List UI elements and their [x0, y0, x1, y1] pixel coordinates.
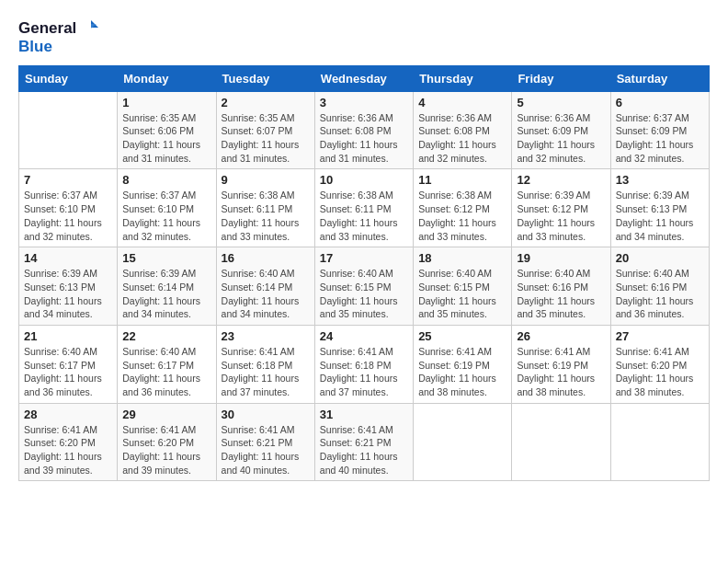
- cell-text-line: Sunset: 6:15 PM: [320, 281, 408, 294]
- calendar-cell: 1Sunrise: 6:35 AMSunset: 6:06 PMDaylight…: [118, 91, 216, 169]
- day-number: 9: [222, 173, 310, 187]
- cell-text-line: Daylight: 11 hours and 31 minutes.: [320, 138, 408, 165]
- calendar-cell: 5Sunrise: 6:36 AMSunset: 6:09 PMDaylight…: [512, 91, 610, 169]
- weekday-header-tuesday: Tuesday: [216, 65, 314, 91]
- cell-text-line: Sunrise: 6:41 AM: [616, 345, 704, 359]
- cell-text-line: Sunset: 6:06 PM: [122, 124, 210, 138]
- day-number: 2: [222, 96, 310, 109]
- cell-text-line: Sunset: 6:16 PM: [616, 281, 704, 294]
- cell-text-line: Sunset: 6:07 PM: [222, 124, 310, 138]
- day-number: 15: [122, 251, 210, 265]
- cell-text-line: Sunset: 6:19 PM: [517, 359, 605, 373]
- calendar-week-2: 7Sunrise: 6:37 AMSunset: 6:10 PMDaylight…: [19, 169, 710, 247]
- calendar-cell: 31Sunrise: 6:41 AMSunset: 6:21 PMDayligh…: [314, 403, 413, 481]
- cell-text-line: Sunset: 6:12 PM: [517, 202, 605, 216]
- calendar-table: SundayMondayTuesdayWednesdayThursdayFrid…: [18, 65, 710, 482]
- calendar-cell: 9Sunrise: 6:38 AMSunset: 6:11 PMDaylight…: [216, 169, 314, 247]
- cell-text-line: Daylight: 11 hours and 36 minutes.: [24, 372, 112, 398]
- cell-text-line: Daylight: 11 hours and 32 minutes.: [122, 216, 210, 243]
- calendar-week-3: 14Sunrise: 6:39 AMSunset: 6:13 PMDayligh…: [19, 247, 710, 326]
- cell-text-line: Daylight: 11 hours and 38 minutes.: [616, 372, 704, 398]
- cell-text-line: Sunset: 6:12 PM: [418, 202, 506, 216]
- cell-text-line: Sunset: 6:09 PM: [517, 124, 605, 138]
- cell-text-line: Daylight: 11 hours and 31 minutes.: [222, 138, 310, 165]
- cell-text-line: Sunset: 6:17 PM: [122, 359, 210, 373]
- cell-text-line: Sunset: 6:09 PM: [616, 124, 704, 138]
- cell-text-line: Sunrise: 6:41 AM: [122, 423, 210, 437]
- day-number: 12: [517, 173, 605, 187]
- calendar-cell: 3Sunrise: 6:36 AMSunset: 6:08 PMDaylight…: [314, 91, 413, 169]
- cell-text-line: Sunrise: 6:39 AM: [122, 267, 210, 281]
- calendar-cell: [19, 91, 118, 169]
- cell-text-line: Sunrise: 6:40 AM: [24, 345, 112, 359]
- day-number: 27: [616, 329, 704, 343]
- cell-text-line: Daylight: 11 hours and 33 minutes.: [320, 216, 408, 243]
- cell-text-line: Sunset: 6:10 PM: [122, 202, 210, 216]
- cell-text-line: Sunset: 6:08 PM: [418, 124, 506, 138]
- calendar-cell: 8Sunrise: 6:37 AMSunset: 6:10 PMDaylight…: [118, 169, 216, 247]
- cell-text-line: Sunrise: 6:35 AM: [122, 111, 210, 125]
- calendar-cell: 26Sunrise: 6:41 AMSunset: 6:19 PMDayligh…: [512, 325, 610, 403]
- calendar-cell: 14Sunrise: 6:39 AMSunset: 6:13 PMDayligh…: [19, 247, 118, 326]
- cell-text-line: Daylight: 11 hours and 40 minutes.: [320, 450, 408, 477]
- weekday-header-thursday: Thursday: [414, 65, 512, 91]
- calendar-cell: 2Sunrise: 6:35 AMSunset: 6:07 PMDaylight…: [216, 91, 314, 169]
- day-number: 30: [222, 408, 310, 421]
- cell-text-line: Sunrise: 6:35 AM: [222, 111, 310, 125]
- cell-text-line: Sunset: 6:11 PM: [222, 202, 310, 216]
- logo-blue: Blue: [18, 39, 52, 56]
- cell-text-line: Sunset: 6:16 PM: [517, 281, 605, 294]
- day-number: 22: [122, 329, 210, 343]
- cell-text-line: Daylight: 11 hours and 40 minutes.: [222, 450, 310, 477]
- cell-text-line: Daylight: 11 hours and 36 minutes.: [122, 372, 210, 398]
- cell-text-line: Sunrise: 6:41 AM: [24, 423, 112, 437]
- calendar-cell: 21Sunrise: 6:40 AMSunset: 6:17 PMDayligh…: [19, 325, 118, 403]
- cell-text-line: Daylight: 11 hours and 32 minutes.: [24, 216, 112, 243]
- calendar-cell: 10Sunrise: 6:38 AMSunset: 6:11 PMDayligh…: [314, 169, 413, 247]
- cell-text-line: Sunset: 6:11 PM: [320, 202, 408, 216]
- cell-text-line: Sunrise: 6:38 AM: [320, 189, 408, 202]
- day-number: 5: [517, 96, 605, 109]
- day-number: 20: [616, 251, 704, 265]
- day-number: 24: [320, 329, 408, 343]
- day-number: 21: [24, 329, 112, 343]
- cell-text-line: Sunset: 6:17 PM: [24, 359, 112, 373]
- cell-text-line: Sunset: 6:20 PM: [122, 436, 210, 450]
- weekday-header-friday: Friday: [512, 65, 610, 91]
- calendar-cell: 20Sunrise: 6:40 AMSunset: 6:16 PMDayligh…: [610, 247, 709, 326]
- cell-text-line: Sunset: 6:13 PM: [616, 202, 704, 216]
- cell-text-line: Daylight: 11 hours and 35 minutes.: [320, 294, 408, 321]
- cell-text-line: Daylight: 11 hours and 31 minutes.: [122, 138, 210, 165]
- cell-text-line: Daylight: 11 hours and 39 minutes.: [24, 450, 112, 477]
- calendar-cell: 28Sunrise: 6:41 AMSunset: 6:20 PMDayligh…: [19, 403, 118, 481]
- calendar-cell: 25Sunrise: 6:41 AMSunset: 6:19 PMDayligh…: [414, 325, 512, 403]
- cell-text-line: Sunrise: 6:41 AM: [320, 345, 408, 359]
- calendar-week-4: 21Sunrise: 6:40 AMSunset: 6:17 PMDayligh…: [19, 325, 710, 403]
- day-number: 14: [24, 251, 112, 265]
- day-number: 3: [320, 96, 408, 109]
- calendar-cell: 4Sunrise: 6:36 AMSunset: 6:08 PMDaylight…: [414, 91, 512, 169]
- calendar-week-5: 28Sunrise: 6:41 AMSunset: 6:20 PMDayligh…: [19, 403, 710, 481]
- cell-text-line: Sunset: 6:20 PM: [24, 436, 112, 450]
- calendar-cell: 15Sunrise: 6:39 AMSunset: 6:14 PMDayligh…: [118, 247, 216, 326]
- cell-text-line: Daylight: 11 hours and 34 minutes.: [24, 294, 112, 321]
- cell-text-line: Sunrise: 6:36 AM: [517, 111, 605, 125]
- calendar-cell: 6Sunrise: 6:37 AMSunset: 6:09 PMDaylight…: [610, 91, 709, 169]
- weekday-header-monday: Monday: [118, 65, 216, 91]
- day-number: 16: [222, 251, 310, 265]
- cell-text-line: Sunset: 6:08 PM: [320, 124, 408, 138]
- cell-text-line: Daylight: 11 hours and 34 minutes.: [222, 294, 310, 321]
- cell-text-line: Daylight: 11 hours and 38 minutes.: [517, 372, 605, 398]
- cell-text-line: Daylight: 11 hours and 32 minutes.: [517, 138, 605, 165]
- day-number: 17: [320, 251, 408, 265]
- cell-text-line: Sunset: 6:13 PM: [24, 281, 112, 294]
- calendar-cell: 24Sunrise: 6:41 AMSunset: 6:18 PMDayligh…: [314, 325, 413, 403]
- calendar-cell: 19Sunrise: 6:40 AMSunset: 6:16 PMDayligh…: [512, 247, 610, 326]
- day-number: 6: [616, 96, 704, 109]
- cell-text-line: Sunrise: 6:39 AM: [517, 189, 605, 202]
- cell-text-line: Sunrise: 6:37 AM: [616, 111, 704, 125]
- cell-text-line: Sunset: 6:18 PM: [222, 359, 310, 373]
- cell-text-line: Sunrise: 6:36 AM: [418, 111, 506, 125]
- day-number: 1: [122, 96, 210, 109]
- cell-text-line: Sunrise: 6:41 AM: [418, 345, 506, 359]
